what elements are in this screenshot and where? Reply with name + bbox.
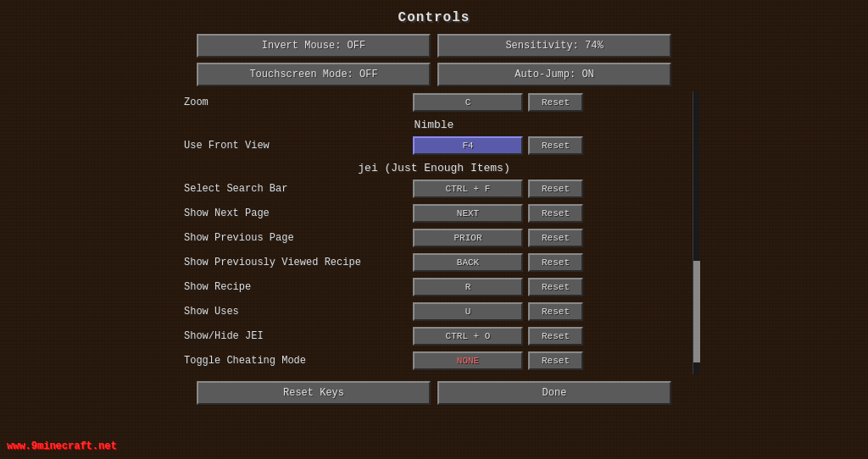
binding-label: Show Next Page	[184, 207, 413, 219]
use-front-view-label: Use Front View	[184, 140, 413, 152]
binding-reset-button[interactable]: Reset	[528, 253, 583, 272]
zoom-reset-button[interactable]: Reset	[528, 93, 583, 112]
watermark: www.9minecraft.net	[7, 440, 117, 452]
binding-reset-button[interactable]: Reset	[528, 180, 583, 198]
top-row-1: Invert Mouse: OFF Sensitivity: 74%	[197, 34, 671, 58]
binding-reset-button[interactable]: Reset	[528, 351, 583, 370]
bindings-list: Select Search BarCTRL + FResetShow Next …	[184, 178, 684, 372]
binding-label: Show/Hide JEI	[184, 330, 413, 342]
binding-label: Show Recipe	[184, 281, 413, 293]
binding-key-button[interactable]: NEXT	[413, 204, 523, 223]
binding-label: Show Uses	[184, 306, 413, 318]
invert-mouse-button[interactable]: Invert Mouse: OFF	[197, 34, 431, 58]
section-jei-header: jei (Just Enough Items)	[184, 162, 684, 174]
done-button[interactable]: Done	[437, 381, 671, 405]
use-front-view-reset-button[interactable]: Reset	[528, 136, 583, 155]
binding-key-button[interactable]: U	[413, 302, 523, 321]
binding-row: Show Previously Viewed RecipeBACKReset	[184, 252, 684, 274]
binding-reset-button[interactable]: Reset	[528, 229, 583, 247]
sensitivity-button[interactable]: Sensitivity: 74%	[437, 34, 671, 58]
main-container: Controls Invert Mouse: OFF Sensitivity: …	[0, 0, 868, 459]
bottom-buttons: Reset Keys Done	[197, 381, 671, 405]
binding-row: Show RecipeRReset	[184, 276, 684, 298]
touchscreen-mode-button[interactable]: Touchscreen Mode: OFF	[197, 63, 431, 86]
binding-key-button[interactable]: BACK	[413, 253, 523, 272]
binding-row: Show Next PageNEXTReset	[184, 202, 684, 224]
binding-reset-button[interactable]: Reset	[528, 302, 583, 321]
page-title: Controls	[398, 10, 470, 25]
watermark-text: www.9minecraft.net	[7, 440, 117, 452]
scrollbar-track[interactable]	[693, 91, 699, 374]
binding-label: Show Previous Page	[184, 232, 413, 244]
binding-reset-button[interactable]: Reset	[528, 278, 583, 296]
binding-reset-button[interactable]: Reset	[528, 327, 583, 346]
reset-keys-button[interactable]: Reset Keys	[197, 381, 431, 405]
section-nimble-header: Nimble	[184, 119, 684, 131]
binding-label: Select Search Bar	[184, 183, 413, 195]
binding-label: Toggle Cheating Mode	[184, 355, 413, 367]
zoom-row: Zoom C Reset	[184, 91, 684, 113]
auto-jump-button[interactable]: Auto-Jump: ON	[437, 63, 671, 86]
zoom-label: Zoom	[184, 97, 413, 108]
settings-area: Zoom C Reset Nimble Use Front View F4 Re…	[184, 91, 684, 374]
binding-row: Select Search BarCTRL + FReset	[184, 178, 684, 200]
binding-row: Show/Hide JEICTRL + OReset	[184, 325, 684, 347]
binding-key-button[interactable]: CTRL + F	[413, 180, 523, 198]
top-row-2: Touchscreen Mode: OFF Auto-Jump: ON	[197, 63, 671, 86]
use-front-view-key-button[interactable]: F4	[413, 136, 523, 155]
binding-row: Show UsesUReset	[184, 301, 684, 323]
binding-reset-button[interactable]: Reset	[528, 204, 583, 223]
binding-key-button[interactable]: PRIOR	[413, 229, 523, 247]
binding-key-button[interactable]: CTRL + O	[413, 327, 523, 346]
binding-row: Show Previous PagePRIORReset	[184, 227, 684, 249]
use-front-view-row: Use Front View F4 Reset	[184, 135, 684, 157]
binding-key-button[interactable]: NONE	[413, 351, 523, 370]
zoom-key-button[interactable]: C	[413, 93, 523, 112]
scrollbar-thumb[interactable]	[693, 261, 700, 362]
binding-label: Show Previously Viewed Recipe	[184, 257, 413, 268]
binding-row: Toggle Cheating ModeNONEReset	[184, 350, 684, 372]
binding-key-button[interactable]: R	[413, 278, 523, 296]
